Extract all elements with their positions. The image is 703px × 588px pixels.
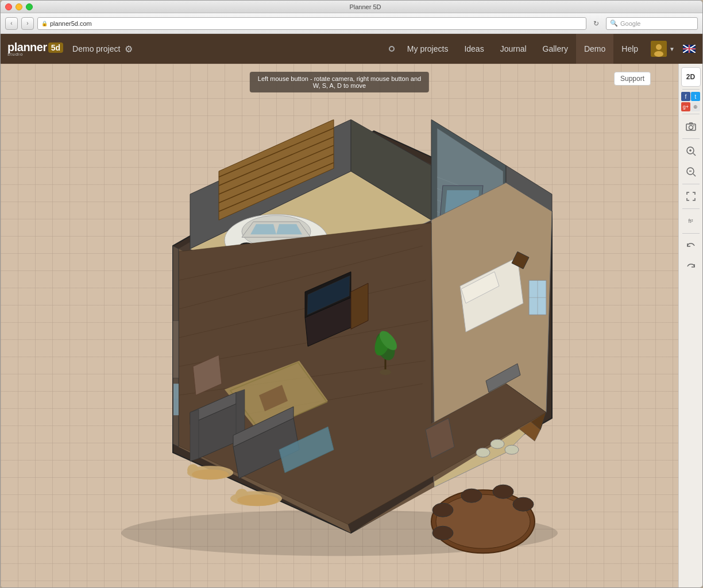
support-button[interactable]: Support bbox=[614, 72, 651, 86]
svg-rect-62 bbox=[173, 320, 179, 378]
googleplus-button[interactable]: g+ bbox=[681, 102, 690, 111]
svg-point-1 bbox=[656, 44, 662, 50]
svg-point-81 bbox=[192, 469, 229, 479]
svg-rect-105 bbox=[693, 125, 694, 126]
svg-line-112 bbox=[693, 174, 696, 176]
flag-uk[interactable] bbox=[683, 45, 696, 53]
redo-button[interactable] bbox=[681, 257, 701, 276]
back-button[interactable]: ‹ bbox=[5, 17, 18, 30]
logo-group: planner 5d studio bbox=[7, 41, 63, 57]
twitter-button[interactable]: t bbox=[691, 92, 700, 101]
svg-marker-75 bbox=[190, 409, 199, 461]
browser-toolbar: ‹ › 🔒 planner5d.com ↻ 🔍 Google bbox=[1, 13, 702, 34]
svg-point-104 bbox=[689, 126, 693, 130]
zoom-out-button[interactable] bbox=[681, 162, 701, 181]
zoom-in-button[interactable] bbox=[681, 141, 701, 161]
facebook-button[interactable]: f bbox=[681, 92, 690, 101]
forward-button[interactable]: › bbox=[21, 17, 34, 30]
url-text: planner5d.com bbox=[50, 20, 92, 27]
divider-3 bbox=[682, 138, 700, 139]
canvas-area[interactable]: Left mouse button - rotate camera, right… bbox=[1, 64, 678, 587]
nav-journal[interactable]: Journal bbox=[492, 34, 535, 64]
dropdown-icon[interactable]: ▼ bbox=[669, 46, 675, 52]
nav-links: My projects Ideas Journal Gallery Demo H… bbox=[399, 34, 646, 64]
svg-marker-24 bbox=[242, 222, 311, 237]
nav-my-projects[interactable]: My projects bbox=[399, 34, 457, 64]
svg-rect-97 bbox=[173, 384, 179, 415]
svg-point-91 bbox=[432, 526, 453, 540]
mode-2d-button[interactable]: 2D bbox=[681, 67, 701, 87]
nav-status-dot bbox=[389, 46, 395, 52]
browser-titlebar: Planner 5D bbox=[1, 1, 702, 13]
search-icon: 🔍 bbox=[610, 20, 618, 27]
main-area: Left mouse button - rotate camera, right… bbox=[1, 64, 702, 587]
share-button[interactable]: ⊕ bbox=[691, 102, 700, 111]
svg-point-89 bbox=[461, 489, 482, 502]
svg-point-88 bbox=[432, 503, 453, 517]
social-row-2: g+ ⊕ bbox=[681, 102, 700, 111]
tooltip: Left mouse button - rotate camera, right… bbox=[250, 72, 429, 92]
fullscreen-button[interactable] bbox=[681, 187, 701, 206]
search-bar[interactable]: 🔍 Google bbox=[606, 17, 698, 30]
divider-4 bbox=[682, 184, 700, 184]
lock-icon: 🔒 bbox=[41, 21, 48, 26]
settings-icon[interactable]: ⚙ bbox=[125, 44, 133, 55]
project-name: Demo project bbox=[72, 44, 120, 53]
logo-5d: 5d bbox=[48, 42, 63, 53]
undo-icon bbox=[686, 241, 696, 250]
redo-icon bbox=[686, 262, 696, 271]
svg-point-2 bbox=[654, 51, 663, 57]
svg-point-92 bbox=[513, 497, 534, 511]
svg-point-93 bbox=[476, 448, 490, 457]
camera-icon bbox=[686, 122, 696, 131]
svg-point-84 bbox=[237, 494, 279, 506]
svg-point-90 bbox=[493, 485, 513, 498]
nav-user: ▼ bbox=[646, 41, 679, 57]
divider-5 bbox=[682, 208, 700, 209]
top-nav: planner 5d studio Demo project ⚙ My proj… bbox=[1, 34, 702, 64]
undo-button[interactable] bbox=[681, 236, 701, 256]
svg-point-70 bbox=[380, 369, 391, 375]
divider-1 bbox=[682, 89, 700, 90]
camera-button[interactable] bbox=[681, 117, 701, 136]
logo: planner 5d studio bbox=[7, 41, 63, 57]
right-sidebar: 2D f t g+ ⊕ bbox=[678, 64, 702, 587]
minimize-button[interactable] bbox=[16, 3, 22, 10]
nav-help[interactable]: Help bbox=[613, 34, 646, 64]
units-button[interactable]: ft² bbox=[681, 211, 701, 231]
window-controls bbox=[5, 3, 33, 10]
address-bar[interactable]: 🔒 planner5d.com bbox=[37, 17, 586, 30]
browser-title: Planner 5D bbox=[33, 3, 698, 10]
user-avatar[interactable] bbox=[651, 41, 667, 57]
browser-window: Planner 5D ‹ › 🔒 planner5d.com ↻ 🔍 Googl… bbox=[0, 0, 703, 588]
svg-point-94 bbox=[490, 439, 504, 448]
svg-line-109 bbox=[693, 153, 696, 156]
reload-button[interactable]: ↻ bbox=[590, 17, 602, 30]
zoom-out-icon bbox=[686, 167, 696, 177]
nav-gallery[interactable]: Gallery bbox=[535, 34, 576, 64]
zoom-in-icon bbox=[686, 146, 696, 156]
nav-ideas[interactable]: Ideas bbox=[456, 34, 492, 64]
close-button[interactable] bbox=[5, 3, 12, 10]
app-content: planner 5d studio Demo project ⚙ My proj… bbox=[1, 34, 702, 587]
nav-demo[interactable]: Demo bbox=[576, 34, 613, 64]
search-placeholder: Google bbox=[620, 20, 640, 27]
fullscreen-icon bbox=[686, 192, 696, 201]
logo-studio: studio bbox=[7, 52, 63, 57]
maximize-button[interactable] bbox=[26, 3, 33, 10]
divider-6 bbox=[682, 233, 700, 234]
svg-point-95 bbox=[505, 445, 519, 454]
divider-2 bbox=[682, 114, 700, 114]
floorplan-3d bbox=[104, 119, 575, 567]
social-buttons: f t g+ ⊕ bbox=[681, 92, 700, 111]
social-row-1: f t bbox=[681, 92, 700, 101]
